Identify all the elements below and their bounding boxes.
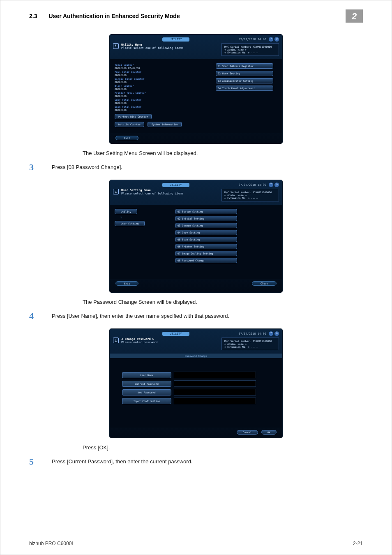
info-icon: i xyxy=(113,338,119,343)
scan-address-register-button[interactable]: 01 Scan Address Register xyxy=(216,63,273,69)
system-information-button[interactable]: System Information xyxy=(148,122,182,127)
breadcrumb-utility[interactable]: Utility xyxy=(115,209,137,214)
panel-subtitle: Please enter password xyxy=(121,341,158,344)
datetime: 07/07/2010 14:00 xyxy=(239,332,266,335)
user-icon[interactable]: ☺ xyxy=(274,331,279,336)
panel-subtitle: Please select one of following items xyxy=(121,46,184,50)
exit-button[interactable]: Exit xyxy=(115,281,138,286)
cancel-button[interactable]: Cancel xyxy=(237,430,258,435)
touch-panel-adjustment-button[interactable]: 04 Touch Panel Adjustment xyxy=(216,86,273,91)
close-button[interactable]: Close xyxy=(252,281,277,286)
administrator-setting-button[interactable]: 03 Administrator Setting xyxy=(216,78,273,83)
utility-chip: UTILITY xyxy=(162,183,189,187)
counter-value: 00000000 07/07/10 xyxy=(115,67,208,69)
step-number: 5 xyxy=(29,456,52,467)
menu-04-button[interactable]: 04 Copy Setting xyxy=(175,230,237,235)
utility-chip: UTILITY xyxy=(162,37,189,42)
current-password-button[interactable]: Current Password xyxy=(122,381,171,387)
counter-value: 00000000 xyxy=(115,74,208,76)
body-text: The Password Change Screen will be displ… xyxy=(83,299,363,305)
new-password-button[interactable]: New Password xyxy=(122,389,171,395)
footer-product: bizhub PRO C6000L xyxy=(29,541,74,546)
counter-value: 00000000 xyxy=(115,109,208,111)
menu-05-button[interactable]: 05 Scan Setting xyxy=(175,237,237,242)
menu-06-button[interactable]: 06 Printer Setting xyxy=(175,244,237,249)
details-counter-button[interactable]: Details Counter xyxy=(115,122,144,127)
screenshot-user-setting: UTILITY 07/07/2010 14:00 ?☺ i User Setti… xyxy=(110,180,282,292)
user-name-button[interactable]: User Name xyxy=(122,372,171,378)
body-text: Press [OK]. xyxy=(83,444,363,451)
counter-label: Scan Total Counter xyxy=(115,105,208,108)
panel-title: Utility Menu xyxy=(121,43,184,46)
counter-value: 00000000 xyxy=(115,102,208,104)
serial: M/C Serial Number: A1DV011000000 xyxy=(224,45,276,48)
utility-chip: UTILITY xyxy=(162,332,189,336)
counter-value: 00000000 xyxy=(115,81,208,83)
screenshot-utility: UTILITY 07/07/2010 14:00 ?☺ i Utility Me… xyxy=(110,35,282,143)
panel-subtitle: Please select one of following items xyxy=(121,192,184,195)
ext-no: < Extension No. > ----- xyxy=(224,345,276,348)
help-icon[interactable]: ? xyxy=(269,183,273,187)
body-text: The User Setting Menu Screen will be dis… xyxy=(83,150,363,156)
menu-02-button[interactable]: 02 Initial Setting xyxy=(175,216,237,221)
exit-button[interactable]: Exit xyxy=(115,136,138,140)
counter-label: Total Counter xyxy=(115,63,208,66)
info-icon: i xyxy=(113,189,119,194)
user-icon[interactable]: ☺ xyxy=(274,183,279,187)
tab-password-change: Password Change xyxy=(110,354,282,358)
admin-name: < Admin. Name > xyxy=(224,342,276,345)
serial: M/C Serial Number: A1DV011000000 xyxy=(224,191,276,194)
help-icon[interactable]: ? xyxy=(269,37,273,42)
perfect-bind-button[interactable]: Perfect Bind Counter xyxy=(115,114,152,119)
step-text: Press [08 Password Change]. xyxy=(52,162,122,170)
datetime: 07/07/2010 14:00 xyxy=(239,183,266,187)
counter-value: 00000000 xyxy=(115,88,208,90)
counter-label: Single Color Counter xyxy=(115,77,208,80)
menu-07-button[interactable]: 07 Image Quality Setting xyxy=(175,251,237,256)
user-icon[interactable]: ☺ xyxy=(274,37,279,42)
new-password-field[interactable] xyxy=(174,389,256,395)
page-badge: 2 xyxy=(346,9,363,23)
menu-03-button[interactable]: 03 Common Setting xyxy=(175,223,237,228)
step-text: Press [Current Password], then enter the… xyxy=(52,456,193,465)
input-confirmation-field[interactable] xyxy=(174,398,256,404)
step-number: 4 xyxy=(29,311,52,321)
panel-title: User Setting Menu xyxy=(121,189,184,192)
ext-no: < Extension No. > ----- xyxy=(224,197,276,199)
menu-01-button[interactable]: 01 System Setting xyxy=(175,209,237,214)
counter-label: Printer Total Counter xyxy=(115,91,208,94)
counter-label: Copy Total Counter xyxy=(115,98,208,101)
admin-name: < Admin. Name > xyxy=(224,48,276,51)
ok-button[interactable]: OK xyxy=(261,430,277,435)
chevron-down-icon: ▽ xyxy=(120,216,168,219)
counter-label: Full Color Counter xyxy=(115,70,208,73)
ext-no: < Extension No. > ----- xyxy=(224,51,276,54)
help-icon[interactable]: ? xyxy=(269,331,273,336)
info-icon: i xyxy=(113,43,119,49)
user-setting-button[interactable]: 02 User Setting xyxy=(216,71,273,76)
current-password-field[interactable] xyxy=(174,380,256,387)
counter-label: Black Counter xyxy=(115,84,208,87)
user-name-field[interactable] xyxy=(174,372,256,378)
section-title: User Authentication in Enhanced Security… xyxy=(48,13,346,19)
footer-page: 2-21 xyxy=(353,541,363,546)
menu-08-button[interactable]: 08 Password Change xyxy=(175,258,237,263)
section-number: 2.3 xyxy=(29,13,37,19)
admin-name: < Admin. Name > xyxy=(224,194,276,197)
step-number: 3 xyxy=(29,162,52,173)
panel-title: < Change Password > xyxy=(121,338,158,341)
screenshot-password-change: UTILITY 07/07/2010 14:00 ?☺ i < Change P… xyxy=(110,329,282,438)
input-confirmation-button[interactable]: Input Confirmation xyxy=(122,398,171,404)
counter-value: 00000000 xyxy=(115,95,208,97)
step-text: Press [User Name], then enter the user n… xyxy=(52,311,229,319)
serial: M/C Serial Number: A1DV011000000 xyxy=(224,340,276,342)
breadcrumb-user-setting[interactable]: User Setting xyxy=(115,221,145,226)
datetime: 07/07/2010 14:00 xyxy=(239,38,266,41)
